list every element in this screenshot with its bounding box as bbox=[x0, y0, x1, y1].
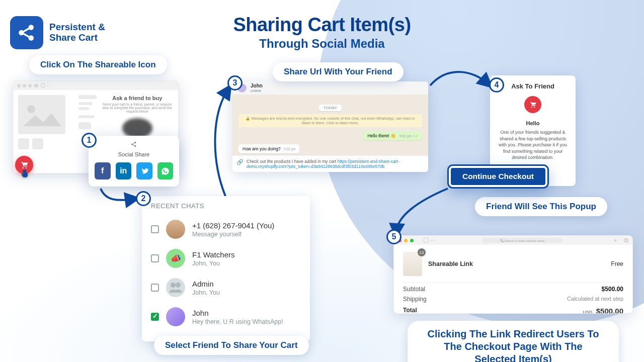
headline: Sharing Cart Item(s) Through Social Medi… bbox=[233, 14, 411, 51]
svg-point-12 bbox=[531, 107, 532, 108]
chat-row[interactable]: Admin John, You bbox=[151, 273, 301, 302]
facebook-share-button[interactable]: f bbox=[95, 162, 111, 179]
avatar bbox=[166, 220, 185, 239]
chat-name: +1 (628) 267-9041 (You) bbox=[192, 221, 274, 230]
svg-point-7 bbox=[131, 144, 133, 145]
incoming-message: How are you doing? 5:03 pm bbox=[238, 144, 299, 153]
sidebar-toggle-icon[interactable] bbox=[424, 238, 429, 243]
new-tab-icon[interactable]: ＋ bbox=[612, 236, 618, 245]
ask-friend-heading: Ask a friend to buy bbox=[112, 95, 162, 101]
popup-hello: Hello bbox=[495, 120, 571, 126]
whatsapp-header: John online bbox=[232, 81, 428, 95]
subtotal-label: Subtotal bbox=[403, 286, 425, 293]
continue-checkout-button[interactable]: Continue Checkout bbox=[449, 166, 547, 187]
avatar: 📣 bbox=[166, 249, 185, 268]
shipping-value: Calculated at next step bbox=[567, 296, 623, 303]
chat-checkbox[interactable] bbox=[151, 225, 159, 233]
svg-point-13 bbox=[534, 107, 535, 108]
product-name: Shareable Link bbox=[428, 260, 605, 267]
chat-subtitle: John, You bbox=[192, 289, 220, 296]
recent-chats-panel: RECENT CHATS +1 (628) 267-9041 (You) Mes… bbox=[142, 196, 310, 341]
attachment-icon[interactable]: 🔗 bbox=[236, 159, 244, 169]
date-separator: TODAY bbox=[319, 105, 342, 111]
step5-caption: Clicking The Link Redirect Users To The … bbox=[408, 321, 619, 362]
brand-line-1: Persistent & bbox=[49, 22, 105, 33]
chat-row[interactable]: John Hey there, U R using WhatsApp! bbox=[151, 302, 301, 331]
subtotal-value: $500.00 bbox=[602, 286, 623, 293]
chat-checkbox[interactable] bbox=[151, 284, 159, 292]
recent-chats-header: RECENT CHATS bbox=[151, 202, 301, 210]
chat-subtitle: Message yourself bbox=[192, 231, 274, 238]
product-thumbnail: 13 bbox=[403, 252, 422, 276]
chat-row[interactable]: +1 (628) 267-9041 (You) Message yourself bbox=[151, 215, 301, 244]
whatsapp-status: online bbox=[251, 88, 263, 93]
brand-line-2: Share Cart bbox=[49, 33, 105, 43]
tabs-icon[interactable]: ⧉ bbox=[624, 237, 628, 244]
linkedin-share-button[interactable]: in bbox=[116, 162, 132, 179]
step-badge-3: 3 bbox=[227, 75, 243, 90]
browser-chrome: ‹ › 🔍 Search or enter website name ＋ ⧉ bbox=[394, 236, 632, 245]
whatsapp-composer[interactable]: 🔗 Check out the products I have added in… bbox=[232, 155, 428, 172]
social-share-popover: Social Share f in bbox=[89, 136, 179, 187]
page-title: Sharing Cart Item(s) bbox=[233, 14, 411, 36]
shipping-label: Shipping bbox=[403, 296, 427, 303]
social-share-label: Social Share bbox=[95, 151, 173, 157]
chat-name: Admin bbox=[192, 280, 220, 288]
step4-caption: Friend Will See This Popup bbox=[475, 197, 607, 216]
message-time: 5:03 pm bbox=[284, 147, 296, 151]
step3-caption: Share Url With Your Friend bbox=[273, 62, 404, 81]
browser-titlebar: ‹ › bbox=[13, 81, 178, 90]
avatar bbox=[166, 278, 185, 297]
chat-row[interactable]: 📣 F1 Watchers John, You bbox=[151, 244, 301, 273]
page-subtitle: Through Social Media bbox=[233, 37, 411, 51]
nav-back-forward[interactable]: ‹ › bbox=[431, 238, 436, 243]
address-bar[interactable]: 🔍 Search or enter website name bbox=[482, 238, 562, 243]
cursor-icon bbox=[19, 168, 29, 179]
message-time: 5:02 pm ✓✓ bbox=[399, 134, 418, 138]
svg-rect-3 bbox=[18, 95, 65, 134]
total-value: $500.00 bbox=[596, 307, 623, 314]
share-app-icon bbox=[10, 16, 43, 49]
avatar bbox=[166, 307, 185, 326]
total-currency: USD bbox=[583, 310, 592, 314]
svg-point-9 bbox=[135, 145, 136, 147]
checkout-line-item: 13 Shareable Link Free bbox=[403, 250, 623, 283]
outgoing-message: Hello there! 👋 5:02 pm ✓✓ bbox=[363, 131, 422, 140]
share-icon bbox=[95, 141, 173, 149]
ask-friend-subtext: Send your cart to a friend, parent, or a… bbox=[102, 103, 173, 113]
checkout-panel: ‹ › 🔍 Search or enter website name ＋ ⧉ 1… bbox=[393, 235, 633, 314]
svg-point-10 bbox=[171, 283, 176, 288]
svg-point-4 bbox=[27, 105, 35, 113]
whatsapp-chat-panel: John online TODAY 🔒 Messages are end-to-… bbox=[232, 81, 428, 172]
total-label: Total bbox=[403, 307, 417, 314]
twitter-share-button[interactable] bbox=[136, 162, 152, 179]
encryption-notice: 🔒 Messages are end-to-end encrypted. No … bbox=[238, 114, 422, 127]
step2-caption: Select Friend To Share Your Cart bbox=[154, 336, 309, 355]
step1-caption: Click On The Shareable Icon bbox=[29, 55, 167, 74]
svg-point-11 bbox=[176, 283, 181, 288]
chat-name: John bbox=[192, 309, 283, 317]
popup-message: One of your friends suggested & shared a… bbox=[495, 129, 571, 161]
whatsapp-contact-name: John bbox=[251, 83, 263, 88]
step-badge-2: 2 bbox=[136, 191, 151, 206]
svg-point-8 bbox=[135, 142, 136, 143]
cart-icon bbox=[524, 96, 541, 113]
quantity-badge: 13 bbox=[418, 248, 426, 256]
popup-title: Ask To Friend bbox=[495, 82, 571, 90]
step-badge-1: 1 bbox=[82, 133, 97, 148]
brand: Persistent & Share Cart bbox=[10, 16, 105, 49]
step-badge-4: 4 bbox=[489, 77, 504, 93]
chat-name: F1 Watchers bbox=[192, 250, 234, 259]
compose-text: Check out the products I have added in m… bbox=[247, 159, 338, 164]
chat-subtitle: John, You bbox=[192, 260, 234, 267]
step-badge-5: 5 bbox=[386, 229, 401, 244]
product-price: Free bbox=[611, 260, 623, 267]
whatsapp-share-button[interactable] bbox=[157, 162, 174, 179]
chat-checkbox[interactable] bbox=[151, 313, 159, 321]
chat-checkbox[interactable] bbox=[151, 254, 159, 262]
people-icon-blur bbox=[122, 118, 152, 138]
chat-subtitle: Hey there, U R using WhatsApp! bbox=[192, 318, 283, 325]
